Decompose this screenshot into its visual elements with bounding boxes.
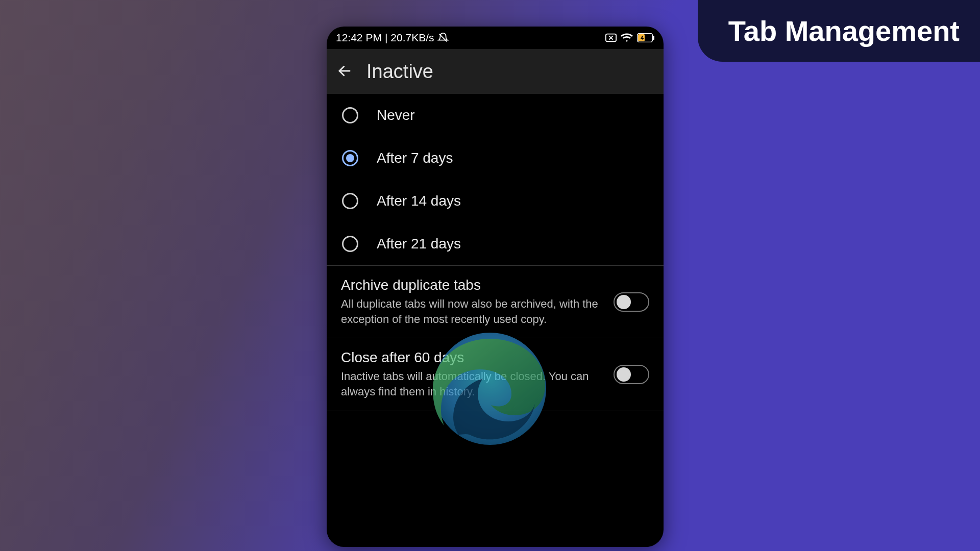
status-bar: 12:42 PM | 20.7KB/s	[327, 27, 664, 49]
status-separator: |	[385, 32, 387, 44]
toggle-description: All duplicate tabs will now also be arch…	[341, 296, 603, 327]
toggle-row: Archive duplicate tabsAll duplicate tabs…	[327, 266, 664, 338]
toggle-switch[interactable]	[614, 292, 649, 312]
radio-label: After 7 days	[377, 150, 453, 166]
radio-icon	[342, 107, 358, 123]
toggle-row: Close after 60 daysInactive tabs will au…	[327, 338, 664, 410]
radio-option[interactable]: After 14 days	[327, 180, 664, 222]
toggle-list: Archive duplicate tabsAll duplicate tabs…	[327, 266, 664, 411]
radio-option[interactable]: After 7 days	[327, 137, 664, 180]
radio-label: Never	[377, 107, 415, 123]
battery-icon: 4	[637, 33, 654, 42]
do-not-disturb-icon	[605, 33, 617, 42]
radio-option[interactable]: Never	[327, 94, 664, 137]
toggle-description: Inactive tabs will automatically be clos…	[341, 369, 603, 399]
toggle-title: Archive duplicate tabs	[341, 277, 603, 293]
overlay-title: Tab Management	[698, 0, 980, 62]
mute-icon	[437, 32, 449, 43]
status-time: 12:42 PM	[336, 32, 382, 44]
radio-icon	[342, 150, 358, 166]
toggle-knob	[617, 367, 631, 382]
radio-label: After 14 days	[377, 193, 461, 209]
back-button[interactable]	[337, 63, 352, 80]
radio-label: After 21 days	[377, 236, 461, 252]
radio-icon	[342, 236, 358, 252]
radio-option[interactable]: After 21 days	[327, 222, 664, 265]
divider	[327, 411, 664, 411]
toggle-title: Close after 60 days	[341, 349, 603, 366]
wifi-icon	[621, 33, 633, 43]
radio-group-inactive: NeverAfter 7 daysAfter 14 daysAfter 21 d…	[327, 94, 664, 265]
phone-frame: 12:42 PM | 20.7KB/s	[327, 27, 664, 547]
toggle-knob	[617, 295, 631, 309]
status-net-speed: 20.7KB/s	[390, 32, 434, 44]
arrow-left-icon	[337, 63, 352, 79]
toggle-switch[interactable]	[614, 365, 649, 384]
radio-icon	[342, 193, 358, 209]
app-bar: Inactive	[327, 49, 664, 94]
svg-rect-2	[653, 36, 654, 40]
page-title: Inactive	[366, 61, 433, 83]
svg-text:4: 4	[641, 35, 644, 41]
